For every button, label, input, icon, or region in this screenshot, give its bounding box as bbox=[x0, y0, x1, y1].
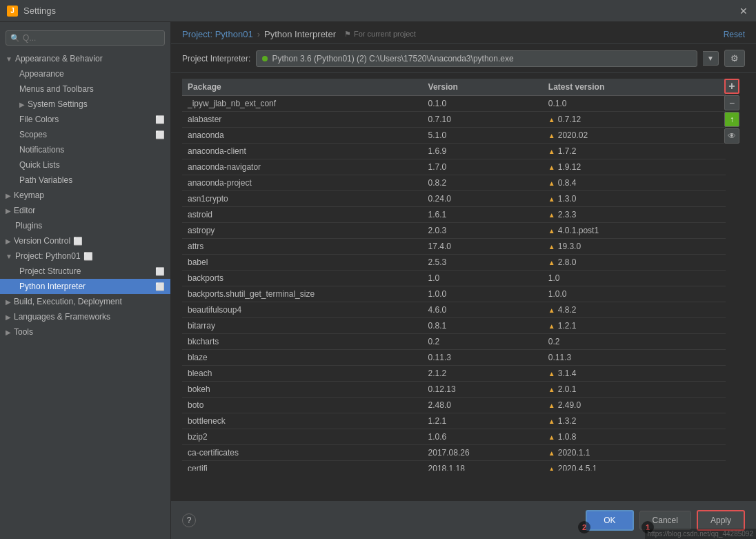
reset-button[interactable]: Reset bbox=[724, 30, 745, 39]
table-row[interactable]: _ipyw_jlab_nb_ext_conf0.1.00.1.0 bbox=[182, 96, 726, 112]
table-row[interactable]: alabaster0.7.10▲0.7.12 bbox=[182, 112, 726, 128]
table-row[interactable]: boto2.48.0▲2.49.0 bbox=[182, 398, 726, 413]
sidebar-item-menus-toolbars[interactable]: Menus and Toolbars bbox=[0, 81, 170, 97]
help-button[interactable]: ? bbox=[182, 513, 196, 527]
table-row[interactable]: certifi2018.1.18▲2020.4.5.1 bbox=[182, 461, 726, 471]
sidebar-group-version-control[interactable]: ▶ Version Control ⬜ bbox=[0, 233, 170, 248]
title-bar: J Settings ✕ bbox=[0, 0, 756, 22]
table-row[interactable]: babel2.5.3▲2.8.0 bbox=[182, 255, 726, 271]
col-version[interactable]: Version bbox=[428, 82, 548, 92]
table-row[interactable]: anaconda-client1.6.9▲1.7.2 bbox=[182, 144, 726, 159]
sidebar-item-path-variables[interactable]: Path Variables bbox=[0, 173, 170, 188]
sidebar-group-system-settings[interactable]: ▶ System Settings bbox=[0, 97, 170, 112]
sidebar-item-scopes[interactable]: Scopes ⬜ bbox=[0, 127, 170, 142]
interpreter-settings-gear[interactable]: ⚙ bbox=[724, 50, 745, 67]
breadcrumb-project[interactable]: Project: Python01 bbox=[182, 29, 253, 39]
search-input[interactable] bbox=[23, 33, 160, 43]
package-version: 0.8.2 bbox=[428, 178, 548, 188]
search-box[interactable]: 🔍 bbox=[6, 30, 165, 46]
package-latest: ▲4.0.1.post1 bbox=[548, 226, 693, 235]
badge-ok: 2 bbox=[578, 521, 590, 533]
sidebar-item-plugins[interactable]: Plugins bbox=[0, 218, 170, 233]
table-header: Package Version Latest version bbox=[182, 79, 726, 96]
expand-arrow-vc: ▶ bbox=[6, 237, 11, 245]
table-row[interactable]: asn1crypto0.24.0▲1.3.0 bbox=[182, 191, 726, 207]
sidebar-item-project-structure[interactable]: Project Structure ⬜ bbox=[0, 264, 170, 279]
sidebar-item-quick-lists[interactable]: Quick Lists bbox=[0, 157, 170, 173]
package-version: 1.0.0 bbox=[428, 289, 548, 299]
interpreter-dropdown-arrow[interactable]: ▼ bbox=[703, 51, 719, 66]
package-version: 1.7.0 bbox=[428, 162, 548, 172]
main-layout: 🔍 ▼ Appearance & Behavior Appearance Men… bbox=[0, 22, 756, 539]
upgrade-arrow-icon: ▲ bbox=[548, 322, 555, 330]
upgrade-arrow-icon: ▲ bbox=[548, 418, 555, 425]
table-row[interactable]: astropy2.0.3▲4.0.1.post1 bbox=[182, 223, 726, 239]
package-name: astroid bbox=[188, 210, 428, 219]
sidebar-group-build[interactable]: ▶ Build, Execution, Deployment bbox=[0, 294, 170, 309]
package-name: certifi bbox=[188, 464, 428, 471]
table-row[interactable]: bkcharts0.20.2 bbox=[182, 334, 726, 350]
table-row[interactable]: bottleneck1.2.1▲1.3.2 bbox=[182, 413, 726, 429]
table-row[interactable]: anaconda5.1.0▲2020.02 bbox=[182, 128, 726, 144]
table-row[interactable]: bokeh0.12.13▲2.0.1 bbox=[182, 382, 726, 398]
close-button[interactable]: ✕ bbox=[738, 6, 749, 17]
sidebar-group-tools[interactable]: ▶ Tools bbox=[0, 324, 170, 340]
sidebar-group-project[interactable]: ▼ Project: Python01 ⬜ bbox=[0, 248, 170, 264]
table-row[interactable]: astroid1.6.1▲2.3.3 bbox=[182, 207, 726, 223]
sidebar-item-file-colors[interactable]: File Colors ⬜ bbox=[0, 112, 170, 127]
package-name: astropy bbox=[188, 226, 428, 235]
table-row[interactable]: anaconda-project0.8.2▲0.8.4 bbox=[182, 175, 726, 191]
sidebar-item-appearance[interactable]: Appearance bbox=[0, 66, 170, 81]
col-latest[interactable]: Latest version bbox=[548, 82, 693, 92]
package-version: 1.0.6 bbox=[428, 432, 548, 442]
table-row[interactable]: beautifulsoup44.6.0▲4.8.2 bbox=[182, 302, 726, 318]
sidebar-group-languages[interactable]: ▶ Languages & Frameworks bbox=[0, 309, 170, 324]
table-row[interactable]: ca-certificates2017.08.26▲2020.1.1 bbox=[182, 445, 726, 461]
table-row[interactable]: backports1.01.0 bbox=[182, 271, 726, 286]
search-icon: 🔍 bbox=[10, 34, 20, 43]
apply-button[interactable]: Apply bbox=[697, 510, 745, 531]
package-latest: ▲2.0.1 bbox=[548, 384, 693, 394]
sidebar-group-editor[interactable]: ▶ Editor bbox=[0, 203, 170, 218]
table-row[interactable]: bitarray0.8.1▲1.2.1 bbox=[182, 318, 726, 334]
package-latest: 0.1.0 bbox=[548, 99, 693, 108]
table-row[interactable]: bleach2.1.2▲3.1.4 bbox=[182, 366, 726, 382]
package-latest: ▲2.3.3 bbox=[548, 210, 693, 219]
package-latest: 1.0 bbox=[548, 273, 693, 283]
package-latest: ▲19.3.0 bbox=[548, 242, 693, 251]
table-row[interactable]: anaconda-navigator1.7.0▲1.9.12 bbox=[182, 159, 726, 175]
scopes-icon: ⬜ bbox=[155, 130, 165, 139]
sidebar-item-keymap[interactable]: ▶ Keymap bbox=[0, 188, 170, 203]
table-row[interactable]: backports.shutil_get_terminal_size1.0.01… bbox=[182, 286, 726, 302]
upgrade-arrow-icon: ▲ bbox=[548, 386, 555, 393]
package-latest: ▲0.8.4 bbox=[548, 178, 693, 188]
sidebar-item-python-interpreter[interactable]: Python Interpreter ⬜ bbox=[0, 279, 170, 294]
sidebar-group-appearance-behavior[interactable]: ▼ Appearance & Behavior bbox=[0, 51, 170, 66]
package-latest: 0.2 bbox=[548, 337, 693, 346]
package-version: 0.12.13 bbox=[428, 384, 548, 394]
upgrade-arrow-icon: ▲ bbox=[548, 259, 555, 266]
show-early-button[interactable]: 👁 bbox=[724, 128, 739, 144]
table-row[interactable]: attrs17.4.0▲19.3.0 bbox=[182, 239, 726, 255]
package-name: boto bbox=[188, 400, 428, 410]
interpreter-select-display[interactable]: Python 3.6 (Python01) (2) C:\Users\17520… bbox=[256, 50, 697, 67]
package-latest: 1.0.0 bbox=[548, 289, 693, 299]
table-row[interactable]: blaze0.11.30.11.3 bbox=[182, 350, 726, 366]
upgrade-arrow-icon: ▲ bbox=[548, 132, 555, 139]
upgrade-arrow-icon: ▲ bbox=[548, 179, 555, 187]
package-version: 1.0 bbox=[428, 273, 548, 283]
col-actions bbox=[693, 82, 720, 92]
add-package-button[interactable]: + bbox=[724, 79, 739, 94]
remove-package-button[interactable]: − bbox=[724, 95, 739, 110]
upgrade-package-button[interactable]: ↑ bbox=[724, 112, 739, 127]
package-name: bkcharts bbox=[188, 337, 428, 346]
col-package[interactable]: Package bbox=[188, 82, 428, 92]
package-latest: ▲2020.1.1 bbox=[548, 448, 693, 458]
ok-button[interactable]: OK bbox=[586, 510, 633, 531]
table-row[interactable]: bzip21.0.6▲1.0.8 bbox=[182, 429, 726, 445]
bottom-left: ? bbox=[182, 513, 196, 527]
package-latest: ▲1.0.8 bbox=[548, 432, 693, 442]
sidebar-item-notifications[interactable]: Notifications bbox=[0, 142, 170, 157]
watermark: https://blog.csdn.net/qq_44285092 bbox=[645, 529, 756, 539]
package-latest: ▲2.8.0 bbox=[548, 257, 693, 267]
